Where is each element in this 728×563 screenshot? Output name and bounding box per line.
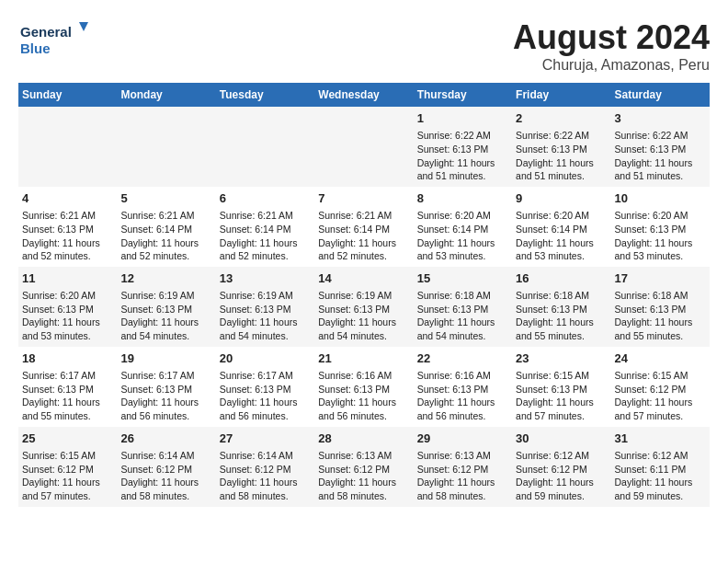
calendar-cell: 1Sunrise: 6:22 AM Sunset: 6:13 PM Daylig… bbox=[414, 107, 512, 187]
day-number: 26 bbox=[120, 431, 211, 447]
day-number: 12 bbox=[120, 270, 211, 287]
day-number: 4 bbox=[22, 190, 113, 207]
header-tuesday: Tuesday bbox=[216, 83, 314, 107]
day-number: 18 bbox=[22, 350, 113, 367]
calendar-cell: 14Sunrise: 6:19 AM Sunset: 6:13 PM Dayli… bbox=[314, 267, 413, 347]
calendar-cell: 15Sunrise: 6:18 AM Sunset: 6:13 PM Dayli… bbox=[414, 267, 512, 347]
day-number: 24 bbox=[615, 350, 706, 367]
calendar-cell: 18Sunrise: 6:17 AM Sunset: 6:13 PM Dayli… bbox=[18, 347, 117, 427]
day-content: Sunrise: 6:18 AM Sunset: 6:13 PM Dayligh… bbox=[417, 290, 495, 341]
day-content: Sunrise: 6:20 AM Sunset: 6:13 PM Dayligh… bbox=[22, 290, 100, 341]
week-row-1: 1Sunrise: 6:22 AM Sunset: 6:13 PM Daylig… bbox=[18, 107, 710, 187]
calendar-cell bbox=[216, 107, 314, 187]
day-number: 7 bbox=[318, 190, 409, 207]
calendar-header-row: SundayMondayTuesdayWednesdayThursdayFrid… bbox=[18, 83, 710, 107]
day-number: 8 bbox=[417, 190, 508, 207]
day-number: 5 bbox=[120, 190, 211, 207]
day-content: Sunrise: 6:22 AM Sunset: 6:13 PM Dayligh… bbox=[516, 130, 594, 181]
svg-text:General: General bbox=[20, 24, 72, 40]
day-content: Sunrise: 6:18 AM Sunset: 6:13 PM Dayligh… bbox=[615, 290, 693, 341]
day-content: Sunrise: 6:21 AM Sunset: 6:14 PM Dayligh… bbox=[220, 210, 298, 261]
calendar-cell: 31Sunrise: 6:12 AM Sunset: 6:11 PM Dayli… bbox=[611, 427, 710, 507]
day-content: Sunrise: 6:21 AM Sunset: 6:14 PM Dayligh… bbox=[120, 210, 199, 261]
day-number: 22 bbox=[417, 350, 508, 367]
calendar-cell: 28Sunrise: 6:13 AM Sunset: 6:12 PM Dayli… bbox=[314, 427, 413, 507]
day-content: Sunrise: 6:17 AM Sunset: 6:13 PM Dayligh… bbox=[220, 370, 298, 421]
day-content: Sunrise: 6:20 AM Sunset: 6:13 PM Dayligh… bbox=[615, 210, 693, 261]
day-number: 29 bbox=[417, 431, 508, 447]
day-content: Sunrise: 6:19 AM Sunset: 6:13 PM Dayligh… bbox=[318, 290, 396, 341]
calendar-cell: 29Sunrise: 6:13 AM Sunset: 6:12 PM Dayli… bbox=[414, 427, 512, 507]
calendar-cell: 8Sunrise: 6:20 AM Sunset: 6:14 PM Daylig… bbox=[414, 187, 512, 267]
day-number: 11 bbox=[22, 270, 113, 287]
calendar-cell bbox=[314, 107, 413, 187]
day-number: 16 bbox=[516, 270, 607, 287]
day-content: Sunrise: 6:12 AM Sunset: 6:12 PM Dayligh… bbox=[516, 450, 594, 501]
day-content: Sunrise: 6:16 AM Sunset: 6:13 PM Dayligh… bbox=[417, 370, 495, 421]
logo: General Blue bbox=[18, 18, 92, 63]
calendar-cell: 13Sunrise: 6:19 AM Sunset: 6:13 PM Dayli… bbox=[216, 267, 314, 347]
calendar-cell: 3Sunrise: 6:22 AM Sunset: 6:13 PM Daylig… bbox=[611, 107, 710, 187]
week-row-3: 11Sunrise: 6:20 AM Sunset: 6:13 PM Dayli… bbox=[18, 267, 710, 347]
svg-marker-2 bbox=[79, 22, 88, 31]
day-number: 15 bbox=[417, 270, 508, 287]
day-number: 30 bbox=[516, 431, 607, 447]
calendar-cell: 11Sunrise: 6:20 AM Sunset: 6:13 PM Dayli… bbox=[18, 267, 117, 347]
calendar-table: SundayMondayTuesdayWednesdayThursdayFrid… bbox=[18, 83, 710, 507]
day-number: 31 bbox=[615, 431, 706, 447]
svg-text:Blue: Blue bbox=[20, 40, 51, 56]
day-number: 1 bbox=[417, 110, 508, 127]
day-content: Sunrise: 6:20 AM Sunset: 6:14 PM Dayligh… bbox=[417, 210, 495, 261]
day-content: Sunrise: 6:21 AM Sunset: 6:13 PM Dayligh… bbox=[22, 210, 100, 261]
calendar-cell: 21Sunrise: 6:16 AM Sunset: 6:13 PM Dayli… bbox=[314, 347, 413, 427]
calendar-cell: 9Sunrise: 6:20 AM Sunset: 6:14 PM Daylig… bbox=[512, 187, 610, 267]
page-header: General Blue August 2024 Churuja, Amazon… bbox=[18, 18, 710, 74]
calendar-cell: 20Sunrise: 6:17 AM Sunset: 6:13 PM Dayli… bbox=[216, 347, 314, 427]
day-content: Sunrise: 6:18 AM Sunset: 6:13 PM Dayligh… bbox=[516, 290, 594, 341]
calendar-cell: 17Sunrise: 6:18 AM Sunset: 6:13 PM Dayli… bbox=[611, 267, 710, 347]
day-content: Sunrise: 6:15 AM Sunset: 6:12 PM Dayligh… bbox=[615, 370, 693, 421]
header-thursday: Thursday bbox=[414, 83, 512, 107]
day-number: 20 bbox=[220, 350, 311, 367]
calendar-cell: 26Sunrise: 6:14 AM Sunset: 6:12 PM Dayli… bbox=[117, 427, 215, 507]
day-content: Sunrise: 6:22 AM Sunset: 6:13 PM Dayligh… bbox=[417, 130, 495, 181]
day-number: 25 bbox=[22, 431, 113, 447]
day-content: Sunrise: 6:12 AM Sunset: 6:11 PM Dayligh… bbox=[615, 450, 693, 501]
week-row-5: 25Sunrise: 6:15 AM Sunset: 6:12 PM Dayli… bbox=[18, 427, 710, 507]
day-number: 2 bbox=[516, 110, 607, 127]
day-number: 10 bbox=[615, 190, 706, 207]
day-number: 28 bbox=[318, 431, 409, 447]
header-saturday: Saturday bbox=[611, 83, 710, 107]
day-content: Sunrise: 6:16 AM Sunset: 6:13 PM Dayligh… bbox=[318, 370, 396, 421]
day-number: 6 bbox=[220, 190, 311, 207]
calendar-cell: 16Sunrise: 6:18 AM Sunset: 6:13 PM Dayli… bbox=[512, 267, 610, 347]
week-row-2: 4Sunrise: 6:21 AM Sunset: 6:13 PM Daylig… bbox=[18, 187, 710, 267]
logo-svg: General Blue bbox=[18, 18, 92, 63]
day-content: Sunrise: 6:21 AM Sunset: 6:14 PM Dayligh… bbox=[318, 210, 396, 261]
day-content: Sunrise: 6:13 AM Sunset: 6:12 PM Dayligh… bbox=[417, 450, 495, 501]
header-monday: Monday bbox=[117, 83, 215, 107]
subtitle: Churuja, Amazonas, Peru bbox=[513, 57, 710, 74]
day-content: Sunrise: 6:17 AM Sunset: 6:13 PM Dayligh… bbox=[22, 370, 100, 421]
day-number: 27 bbox=[220, 431, 311, 447]
calendar-cell: 7Sunrise: 6:21 AM Sunset: 6:14 PM Daylig… bbox=[314, 187, 413, 267]
calendar-cell: 12Sunrise: 6:19 AM Sunset: 6:13 PM Dayli… bbox=[117, 267, 215, 347]
header-friday: Friday bbox=[512, 83, 610, 107]
day-number: 17 bbox=[615, 270, 706, 287]
day-content: Sunrise: 6:19 AM Sunset: 6:13 PM Dayligh… bbox=[120, 290, 199, 341]
day-number: 23 bbox=[516, 350, 607, 367]
day-content: Sunrise: 6:19 AM Sunset: 6:13 PM Dayligh… bbox=[220, 290, 298, 341]
day-number: 19 bbox=[120, 350, 211, 367]
day-content: Sunrise: 6:14 AM Sunset: 6:12 PM Dayligh… bbox=[220, 450, 298, 501]
calendar-cell: 27Sunrise: 6:14 AM Sunset: 6:12 PM Dayli… bbox=[216, 427, 314, 507]
calendar-cell: 22Sunrise: 6:16 AM Sunset: 6:13 PM Dayli… bbox=[414, 347, 512, 427]
main-title: August 2024 bbox=[513, 18, 710, 57]
calendar-cell: 6Sunrise: 6:21 AM Sunset: 6:14 PM Daylig… bbox=[216, 187, 314, 267]
week-row-4: 18Sunrise: 6:17 AM Sunset: 6:13 PM Dayli… bbox=[18, 347, 710, 427]
day-content: Sunrise: 6:22 AM Sunset: 6:13 PM Dayligh… bbox=[615, 130, 693, 181]
calendar-cell: 19Sunrise: 6:17 AM Sunset: 6:13 PM Dayli… bbox=[117, 347, 215, 427]
calendar-cell: 23Sunrise: 6:15 AM Sunset: 6:13 PM Dayli… bbox=[512, 347, 610, 427]
calendar-cell: 4Sunrise: 6:21 AM Sunset: 6:13 PM Daylig… bbox=[18, 187, 117, 267]
calendar-cell: 30Sunrise: 6:12 AM Sunset: 6:12 PM Dayli… bbox=[512, 427, 610, 507]
day-content: Sunrise: 6:13 AM Sunset: 6:12 PM Dayligh… bbox=[318, 450, 396, 501]
